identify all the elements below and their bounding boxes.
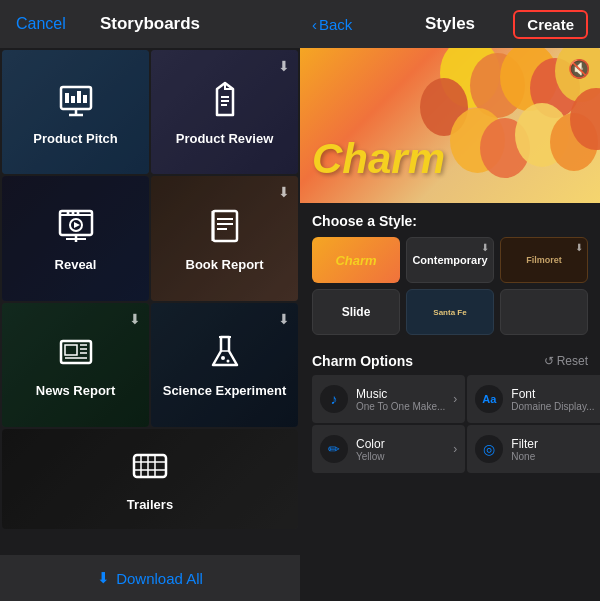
style-contemporary-label: Contemporary bbox=[412, 254, 487, 266]
svg-rect-19 bbox=[213, 211, 237, 241]
cloud-download-icon-2: ⬇ bbox=[278, 184, 290, 200]
news-report-icon bbox=[56, 331, 96, 375]
color-chevron-icon: › bbox=[453, 442, 457, 456]
back-button[interactable]: ‹ Back bbox=[312, 16, 352, 33]
style-item-santa[interactable]: Santa Fe bbox=[406, 289, 494, 335]
grid-item-product-review[interactable]: ⬇ Product Review bbox=[151, 50, 298, 174]
left-panel: Cancel Storyboards Product Pitch bbox=[0, 0, 300, 601]
cloud-download-icon-3: ⬇ bbox=[129, 311, 141, 327]
style-filmoret-label: Filmoret bbox=[526, 255, 562, 265]
style-santa-label: Santa Fe bbox=[433, 308, 466, 317]
svg-rect-5 bbox=[77, 91, 81, 103]
music-icon: ♪ bbox=[320, 385, 348, 413]
color-value: Yellow bbox=[356, 451, 445, 462]
create-button[interactable]: Create bbox=[513, 10, 588, 39]
options-list: ♪ Music One To One Make... › Aa Font Dom… bbox=[312, 375, 588, 473]
styles-grid: Charm ⬇ Contemporary ⬇ Filmoret Slide Sa… bbox=[312, 237, 588, 335]
left-header: Cancel Storyboards bbox=[0, 0, 300, 48]
style-slide-label: Slide bbox=[342, 305, 371, 319]
reset-label: Reset bbox=[557, 354, 588, 368]
svg-point-32 bbox=[226, 360, 229, 363]
music-label: Music bbox=[356, 387, 445, 401]
back-label: Back bbox=[319, 16, 352, 33]
svg-point-31 bbox=[221, 356, 225, 360]
cloud-icon-filmoret: ⬇ bbox=[575, 242, 583, 253]
svg-point-13 bbox=[71, 211, 74, 214]
svg-rect-4 bbox=[71, 96, 75, 103]
right-panel: ‹ Back Styles Create Charm 🔇 bbox=[300, 0, 600, 601]
book-report-icon bbox=[205, 205, 245, 249]
grid-item-trailers[interactable]: Trailers bbox=[2, 429, 298, 529]
charm-options-header: Charm Options ↺ Reset bbox=[312, 353, 588, 369]
option-item-filter[interactable]: ◎ Filter None › bbox=[467, 425, 600, 473]
science-label: Science Experiment bbox=[163, 383, 287, 398]
right-panel-title: Styles bbox=[425, 14, 475, 34]
svg-point-12 bbox=[66, 211, 69, 214]
style-item-charm[interactable]: Charm bbox=[312, 237, 400, 283]
storyboards-grid: Product Pitch ⬇ Product Review bbox=[0, 48, 300, 555]
right-header: ‹ Back Styles Create bbox=[300, 0, 600, 48]
font-icon: Aa bbox=[475, 385, 503, 413]
download-icon: ⬇ bbox=[97, 569, 110, 587]
trailers-icon bbox=[130, 445, 170, 489]
svg-rect-3 bbox=[65, 93, 69, 103]
science-icon bbox=[205, 331, 245, 375]
grid-item-product-pitch[interactable]: Product Pitch bbox=[2, 50, 149, 174]
svg-rect-34 bbox=[134, 455, 166, 477]
font-value: Domaine Display... bbox=[511, 401, 594, 412]
charm-preview-title: Charm bbox=[312, 135, 445, 183]
font-text: Font Domaine Display... bbox=[511, 387, 594, 412]
cloud-download-icon: ⬇ bbox=[278, 58, 290, 74]
download-all-bar: ⬇ Download All bbox=[0, 555, 300, 601]
music-text: Music One To One Make... bbox=[356, 387, 445, 412]
grid-item-book-report[interactable]: ⬇ Book Report bbox=[151, 176, 298, 300]
svg-rect-25 bbox=[65, 345, 77, 355]
charm-options-section: Charm Options ↺ Reset ♪ Music One To One… bbox=[300, 347, 600, 601]
product-review-icon bbox=[205, 79, 245, 123]
chevron-left-icon: ‹ bbox=[312, 16, 317, 33]
grid-item-reveal[interactable]: Reveal bbox=[2, 176, 149, 300]
cloud-icon-contemporary: ⬇ bbox=[481, 242, 489, 253]
font-label: Font bbox=[511, 387, 594, 401]
option-item-font[interactable]: Aa Font Domaine Display... › bbox=[467, 375, 600, 423]
reveal-icon bbox=[56, 205, 96, 249]
svg-rect-6 bbox=[83, 95, 87, 103]
download-all-button[interactable]: ⬇ Download All bbox=[97, 569, 203, 587]
product-review-label: Product Review bbox=[176, 131, 274, 146]
color-text: Color Yellow bbox=[356, 437, 445, 462]
cloud-download-icon-4: ⬇ bbox=[278, 311, 290, 327]
option-item-music[interactable]: ♪ Music One To One Make... › bbox=[312, 375, 465, 423]
style-charm-label: Charm bbox=[335, 253, 376, 268]
filter-text: Filter None bbox=[511, 437, 594, 462]
style-item-contemporary[interactable]: ⬇ Contemporary bbox=[406, 237, 494, 283]
left-panel-title: Storyboards bbox=[100, 14, 200, 34]
cancel-button[interactable]: Cancel bbox=[16, 15, 66, 33]
reset-button[interactable]: ↺ Reset bbox=[544, 354, 588, 368]
color-label: Color bbox=[356, 437, 445, 451]
download-all-label: Download All bbox=[116, 570, 203, 587]
style-item-slide[interactable]: Slide bbox=[312, 289, 400, 335]
reset-icon: ↺ bbox=[544, 354, 554, 368]
book-report-label: Book Report bbox=[186, 257, 264, 272]
style-item-blank[interactable] bbox=[500, 289, 588, 335]
option-item-color[interactable]: ✏ Color Yellow › bbox=[312, 425, 465, 473]
svg-marker-16 bbox=[74, 222, 80, 228]
product-pitch-label: Product Pitch bbox=[33, 131, 118, 146]
filter-icon: ◎ bbox=[475, 435, 503, 463]
filter-value: None bbox=[511, 451, 594, 462]
charm-options-title: Charm Options bbox=[312, 353, 413, 369]
music-chevron-icon: › bbox=[453, 392, 457, 406]
news-report-label: News Report bbox=[36, 383, 115, 398]
product-pitch-icon bbox=[56, 79, 96, 123]
mute-icon[interactable]: 🔇 bbox=[568, 58, 590, 80]
styles-section: Choose a Style: Charm ⬇ Contemporary ⬇ F… bbox=[300, 203, 600, 347]
style-item-filmoret[interactable]: ⬇ Filmoret bbox=[500, 237, 588, 283]
preview-section: Charm 🔇 bbox=[300, 48, 600, 203]
music-value: One To One Make... bbox=[356, 401, 445, 412]
grid-item-news-report[interactable]: ⬇ News Report bbox=[2, 303, 149, 427]
trailers-label: Trailers bbox=[127, 497, 173, 512]
color-icon: ✏ bbox=[320, 435, 348, 463]
choose-style-label: Choose a Style: bbox=[312, 213, 588, 229]
grid-item-science[interactable]: ⬇ Science Experiment bbox=[151, 303, 298, 427]
filter-label: Filter bbox=[511, 437, 594, 451]
